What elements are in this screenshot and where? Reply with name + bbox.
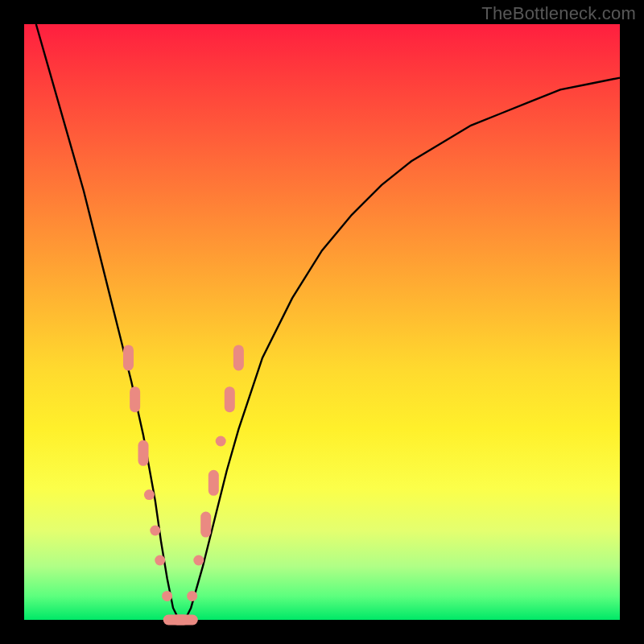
marker-capsule [172,615,198,625]
chart-svg [24,24,620,620]
marker-dot [216,436,226,447]
watermark-text: TheBottleneck.com [481,3,636,24]
marker-dot [187,591,197,601]
marker-capsule [233,345,244,370]
marker-dot [144,489,155,500]
marker-capsule [130,386,140,412]
curve-markers [123,345,244,625]
chart-frame: TheBottleneck.com [0,0,644,644]
bottleneck-curve [36,24,620,620]
marker-dot [150,526,160,536]
marker-capsule [123,345,134,370]
marker-capsule [208,470,219,496]
plot-area [24,24,620,620]
marker-dot [155,555,165,566]
marker-dot [162,591,172,601]
marker-capsule [200,512,211,538]
marker-capsule [138,440,149,466]
marker-dot [193,555,204,566]
marker-capsule [225,386,235,412]
